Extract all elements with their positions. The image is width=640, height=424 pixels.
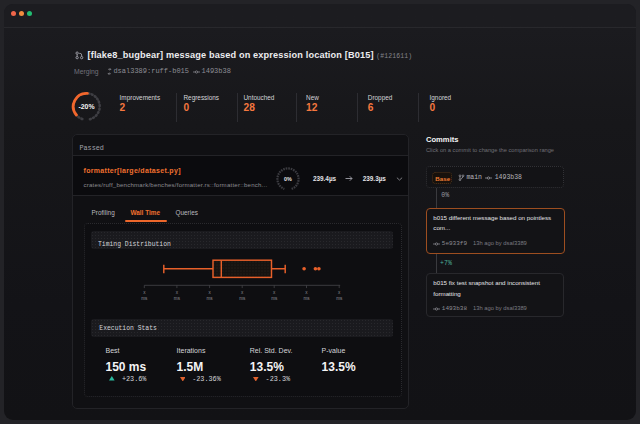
svg-text:ms: ms bbox=[303, 296, 310, 301]
svg-text:-20%: -20% bbox=[78, 103, 94, 110]
svg-text:x: x bbox=[241, 290, 244, 295]
svg-text:0%: 0% bbox=[284, 176, 292, 182]
svg-text:ms: ms bbox=[173, 296, 180, 301]
svg-text:x: x bbox=[143, 290, 146, 295]
svg-text:ms: ms bbox=[206, 296, 213, 301]
svg-text:ms: ms bbox=[141, 296, 148, 301]
svg-text:ms: ms bbox=[239, 296, 246, 301]
svg-text:x: x bbox=[305, 290, 308, 295]
svg-text:ms: ms bbox=[336, 296, 343, 301]
svg-text:x: x bbox=[208, 290, 211, 295]
svg-text:x: x bbox=[338, 290, 341, 295]
svg-text:x: x bbox=[175, 290, 178, 295]
svg-text:x: x bbox=[273, 290, 276, 295]
svg-text:ms: ms bbox=[271, 296, 278, 301]
